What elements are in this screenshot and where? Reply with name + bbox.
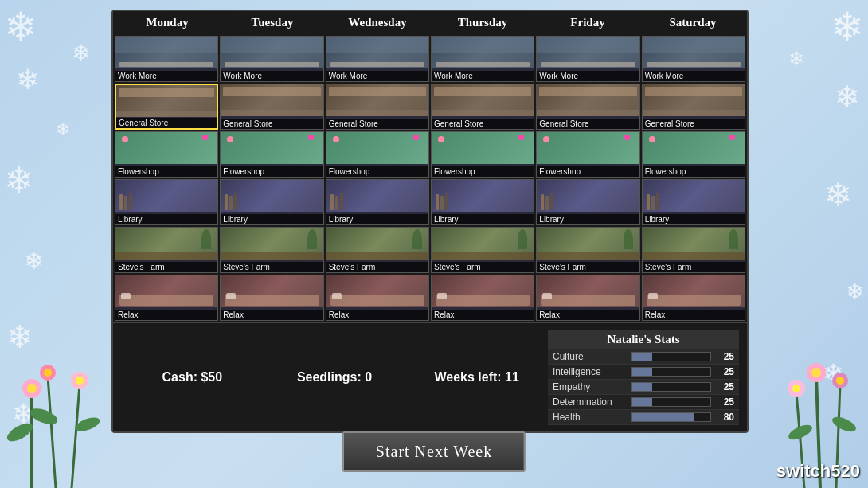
schedule-cell[interactable]: Steve's Farm [220, 227, 323, 273]
stat-bar-container [631, 367, 711, 377]
schedule-cell[interactable]: Library [642, 179, 745, 225]
cell-thumbnail [432, 180, 534, 212]
schedule-cell[interactable]: Steve's Farm [536, 227, 639, 273]
day-header-tuesday: Tuesday [220, 14, 325, 31]
start-button-container: Start Next Week [342, 431, 526, 472]
cell-thumbnail [115, 180, 217, 212]
cell-thumbnail [221, 84, 323, 116]
stats-title: Natalie's Stats [548, 330, 739, 349]
snowflake-3: ❄ [4, 159, 34, 201]
cell-thumbnail [115, 132, 217, 164]
schedule-cell[interactable]: Library [115, 179, 218, 225]
cell-thumbnail [643, 180, 745, 212]
schedule-cell[interactable]: Steve's Farm [326, 227, 429, 273]
cash-display: Cash: $50 [121, 370, 264, 385]
cell-label: Relax [643, 310, 745, 320]
day-header-friday: Friday [535, 14, 640, 31]
cell-label: Relax [115, 310, 217, 320]
schedule-cell[interactable]: Steve's Farm [431, 227, 534, 273]
svg-point-16 [831, 414, 858, 435]
cell-thumbnail [326, 37, 428, 68]
cell-label: Work More [115, 71, 217, 81]
stat-row: Empathy25 [548, 380, 739, 395]
cell-thumbnail [115, 275, 217, 307]
snowflake-9: ❄ [835, 80, 860, 115]
cell-thumbnail [537, 132, 639, 164]
svg-line-2 [72, 385, 80, 488]
cell-label: Library [115, 214, 217, 224]
stat-bar-container [631, 412, 711, 422]
weeks-display: Weeks left: 11 [405, 370, 548, 385]
stat-value: 25 [714, 351, 734, 362]
schedule-cell[interactable]: Work More [642, 36, 745, 82]
schedule-cell[interactable]: General Store [431, 84, 534, 130]
stat-value: 25 [714, 396, 734, 408]
schedule-cell[interactable]: General Store [326, 84, 429, 130]
schedule-cell[interactable]: General Store [536, 84, 639, 130]
svg-point-22 [792, 385, 800, 392]
cell-label: General Store [221, 119, 323, 129]
cell-label: Relax [537, 310, 639, 320]
schedule-cell[interactable]: Relax [536, 275, 639, 321]
schedule-cell[interactable]: Work More [220, 36, 323, 82]
cell-thumbnail [537, 180, 639, 212]
cell-label: Library [537, 214, 639, 224]
schedule-cell[interactable]: General Store [642, 84, 745, 130]
cell-thumbnail [432, 132, 534, 164]
schedule-cell[interactable]: General Store [220, 84, 323, 130]
schedule-cell[interactable]: Steve's Farm [642, 227, 745, 273]
start-next-week-button[interactable]: Start Next Week [342, 431, 526, 472]
cell-thumbnail [115, 37, 217, 68]
schedule-cell[interactable]: Flowershop [431, 131, 534, 178]
stat-name: Empathy [553, 381, 628, 392]
schedule-cell[interactable]: Relax [220, 275, 323, 321]
cell-thumbnail [221, 228, 323, 260]
cell-thumbnail [432, 37, 534, 68]
schedule-cell[interactable]: Flowershop [115, 131, 218, 178]
schedule-cell[interactable]: Library [220, 179, 323, 225]
svg-line-1 [48, 377, 56, 488]
snowflake-10: ❄ [824, 175, 852, 214]
schedule-cell[interactable]: Work More [536, 36, 639, 82]
watermark: switch520 [776, 461, 860, 482]
stat-bar-fill [632, 353, 652, 361]
cell-label: Flowershop [432, 166, 534, 177]
stat-row: Intelligence25 [548, 365, 739, 380]
schedule-cell[interactable]: Library [326, 179, 429, 225]
cell-thumbnail [221, 132, 323, 164]
game-panel: Monday Tuesday Wednesday Thursday Friday… [111, 10, 749, 433]
cell-label: General Store [432, 119, 534, 129]
cell-label: Flowershop [643, 166, 745, 177]
schedule-grid: Work MoreWork MoreWork MoreWork MoreWork… [113, 34, 747, 322]
seedlings-display: Seedlings: 0 [264, 370, 406, 385]
cell-thumbnail [221, 275, 323, 307]
schedule-cell[interactable]: Work More [431, 36, 534, 82]
snowflake-7: ❄ [56, 119, 70, 140]
cell-label: Steve's Farm [537, 262, 639, 272]
cell-label: Library [326, 214, 428, 224]
stat-value: 80 [714, 412, 734, 423]
schedule-cell[interactable]: Flowershop [642, 131, 745, 178]
stat-name: Intelligence [553, 366, 628, 377]
schedule-cell[interactable]: Flowershop [536, 131, 639, 178]
schedule-cell[interactable]: Relax [115, 275, 218, 321]
schedule-cell[interactable]: Relax [642, 275, 745, 321]
schedule-cell[interactable]: Library [536, 179, 639, 225]
schedule-cell[interactable]: Library [431, 179, 534, 225]
cell-label: Work More [326, 71, 428, 81]
schedule-cell[interactable]: Relax [431, 275, 534, 321]
schedule-cell[interactable]: Flowershop [220, 131, 323, 178]
schedule-cell[interactable]: Work More [326, 36, 429, 82]
stats-panel: Natalie's Stats Culture25Intelligence25E… [548, 330, 739, 425]
cell-label: Steve's Farm [326, 262, 428, 272]
schedule-cell[interactable]: Flowershop [326, 131, 429, 178]
schedule-cell[interactable]: Steve's Farm [115, 227, 218, 273]
cell-label: Flowershop [115, 166, 217, 177]
snowflake-11: ❄ [846, 279, 864, 305]
schedule-cell[interactable]: General Store [115, 84, 218, 130]
schedule-cell[interactable]: Work More [115, 36, 218, 82]
cell-label: Relax [326, 310, 428, 320]
schedule-cell[interactable]: Relax [326, 275, 429, 321]
cell-thumbnail [116, 85, 217, 117]
stat-bar-fill [632, 383, 652, 391]
